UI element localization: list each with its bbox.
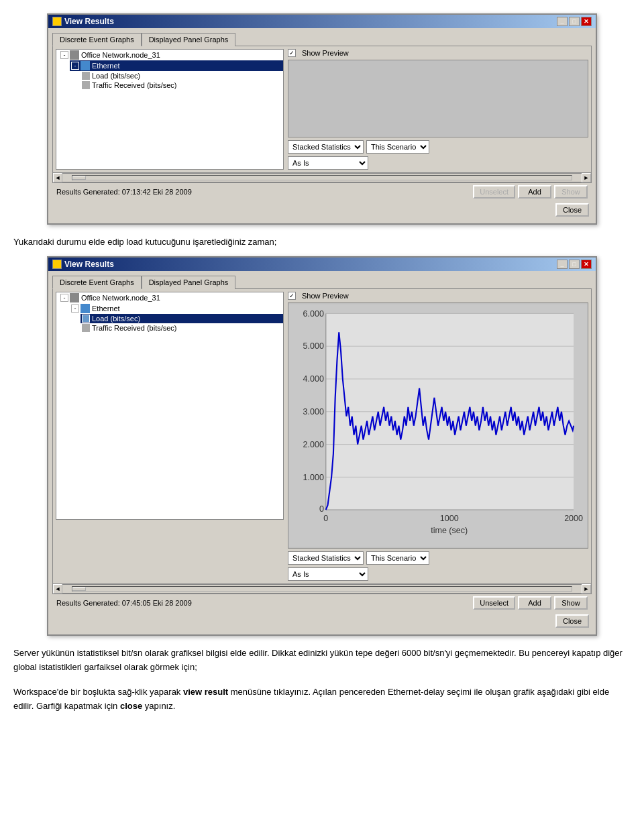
scenario-select-2[interactable]: This Scenario (366, 551, 429, 565)
tree-item-2-4[interactable]: Traffic Received (bits/sec) (80, 323, 283, 333)
titlebar-2: View Results _ □ ✕ (48, 258, 596, 271)
tree-item-1-3[interactable]: Load (bits/sec) (80, 71, 283, 80)
expand-icon-2-1[interactable]: - (60, 294, 68, 302)
close-btn-2[interactable]: ✕ (581, 260, 592, 269)
window-icon-2 (52, 260, 62, 269)
status-text-1: Results Generated: 07:13:42 Eki 28 2009 (56, 188, 192, 196)
node-icon-2-3 (82, 315, 90, 323)
dropdown-row-2b: As Is (288, 567, 588, 581)
stat-type-select-2[interactable]: Stacked Statistics (288, 551, 364, 565)
titlebar-left-1: View Results (52, 17, 114, 26)
preview-area-2: 6.000 5.000 4.000 3.000 2.000 1.000 0 0 … (288, 302, 588, 549)
scroll-right-1[interactable]: ► (582, 173, 591, 182)
svg-text:1.000: 1.000 (303, 472, 324, 482)
folder-icon-2-2 (80, 304, 90, 313)
scroll-left-1[interactable]: ◄ (53, 173, 62, 182)
dropdown-row-1a: Stacked Statistics This Scenario (288, 140, 588, 154)
scenario-select-1[interactable]: This Scenario (366, 140, 429, 154)
tree-item-2-2[interactable]: - Ethernet (70, 303, 283, 314)
show-preview-row-1: ✓ Show Preview (288, 49, 588, 57)
dropdown-row-1b: As Is (288, 156, 588, 170)
tree-item-1-4[interactable]: Traffic Received (bits/sec) (80, 80, 283, 90)
folder-icon-2-1 (70, 293, 79, 302)
stat-type-select-1[interactable]: Stacked Statistics (288, 140, 364, 154)
preview-area-1 (288, 60, 588, 137)
show-btn-2[interactable]: Show (554, 596, 588, 610)
svg-text:5.000: 5.000 (303, 341, 324, 351)
btn-row-2: Unselect Add Show (473, 596, 588, 610)
node-icon-2-4 (82, 324, 90, 332)
minimize-btn-2[interactable]: _ (557, 260, 568, 269)
close-btn-1[interactable]: ✕ (581, 17, 592, 26)
graph-svg-2: 6.000 5.000 4.000 3.000 2.000 1.000 0 0 … (288, 303, 588, 548)
show-preview-label-2: Show Preview (302, 292, 349, 300)
folder-icon-1-1 (70, 50, 79, 60)
svg-text:1000: 1000 (440, 514, 459, 523)
expand-icon-1-1[interactable]: - (60, 51, 68, 59)
para2-bold: view result (183, 687, 228, 697)
window-title-2: View Results (64, 260, 114, 269)
svg-text:3.000: 3.000 (303, 407, 324, 416)
scroll-thumb-1[interactable] (72, 176, 86, 180)
display-select-1[interactable]: As Is (288, 156, 368, 170)
tab-displayed-2[interactable]: Displayed Panel Graphs (142, 276, 236, 289)
window-body-2: Discrete Event Graphs Displayed Panel Gr… (48, 271, 596, 634)
unselect-btn-2[interactable]: Unselect (473, 596, 515, 610)
scroll-thumb-2[interactable] (72, 587, 86, 591)
titlebar-buttons-2: _ □ ✕ (557, 260, 592, 269)
titlebar-left-2: View Results (52, 260, 114, 269)
svg-text:time (sec): time (sec) (431, 526, 468, 535)
minimize-btn-1[interactable]: _ (557, 17, 568, 26)
tab-strip-2: Discrete Event Graphs Displayed Panel Gr… (52, 275, 592, 288)
tab-discrete-2[interactable]: Discrete Event Graphs (52, 276, 142, 289)
right-panel-2: ✓ Show Preview (288, 292, 588, 581)
tree-label-2-3: Load (bits/sec) (92, 315, 140, 323)
unselect-btn-1[interactable]: Unselect (473, 185, 515, 199)
tab-discrete-1[interactable]: Discrete Event Graphs (52, 33, 142, 46)
tree-label-1-4: Traffic Received (bits/sec) (92, 81, 177, 89)
tree-label-1-2: Ethernet (92, 62, 120, 70)
window-title-1: View Results (64, 17, 114, 26)
scroll-track-1 (72, 175, 572, 180)
view-results-window-1: View Results _ □ ✕ Discrete Event Graphs… (47, 13, 597, 225)
content-split-1: - Office Network.node_31 - Ethernet Load… (52, 46, 592, 173)
expand-icon-2-2[interactable]: - (71, 304, 79, 313)
tree-item-2-3[interactable]: Load (bits/sec) (80, 314, 283, 323)
dropdown-row-2a: Stacked Statistics This Scenario (288, 551, 588, 565)
show-btn-1[interactable]: Show (554, 185, 588, 199)
scrollbar-h-1[interactable]: ◄ ► (52, 173, 592, 182)
tree-item-2-1[interactable]: - Office Network.node_31 (59, 292, 283, 303)
svg-text:0: 0 (319, 504, 324, 514)
para2-text: Workspace'de bir boşlukta sağ-klik yapar… (13, 687, 183, 697)
para2-close-after: yapınız. (142, 701, 175, 711)
right-panel-1: ✓ Show Preview Stacked Statistics This S… (288, 49, 588, 170)
add-btn-1[interactable]: Add (518, 185, 551, 199)
window-icon-1 (52, 17, 62, 26)
close-main-btn-1[interactable]: Close (555, 203, 589, 217)
expand-icon-1-2[interactable]: - (71, 62, 79, 70)
tree-item-1-2[interactable]: - Ethernet (70, 60, 283, 71)
tree-panel-2: - Office Network.node_31 - Ethernet Load… (56, 292, 284, 520)
display-select-2[interactable]: As Is (288, 567, 368, 581)
intro-paragraph: Yukarıdaki durumu elde edip load kutucuğ… (13, 235, 631, 249)
tree-label-1-3: Load (bits/sec) (92, 72, 140, 80)
titlebar-1: View Results _ □ ✕ (48, 15, 596, 28)
svg-text:4.000: 4.000 (303, 374, 324, 384)
folder-icon-1-2 (80, 61, 90, 70)
show-preview-checkbox-1[interactable]: ✓ (288, 49, 296, 57)
scroll-right-2[interactable]: ► (582, 584, 591, 594)
maximize-btn-1[interactable]: □ (569, 17, 580, 26)
tree-item-1-1[interactable]: - Office Network.node_31 (59, 50, 283, 60)
add-btn-2[interactable]: Add (518, 596, 551, 610)
scroll-left-2[interactable]: ◄ (53, 584, 62, 594)
maximize-btn-2[interactable]: □ (569, 260, 580, 269)
svg-text:2000: 2000 (564, 514, 583, 523)
tab-displayed-1[interactable]: Displayed Panel Graphs (142, 33, 236, 46)
scrollbar-h-2[interactable]: ◄ ► (52, 584, 592, 594)
show-preview-checkbox-2[interactable]: ✓ (288, 292, 296, 300)
tree-label-1-1: Office Network.node_31 (81, 51, 160, 59)
scroll-track-2 (72, 586, 572, 592)
close-main-btn-2[interactable]: Close (555, 614, 589, 628)
titlebar-buttons-1: _ □ ✕ (557, 17, 592, 26)
btn-row-close-1: Close (52, 201, 592, 219)
